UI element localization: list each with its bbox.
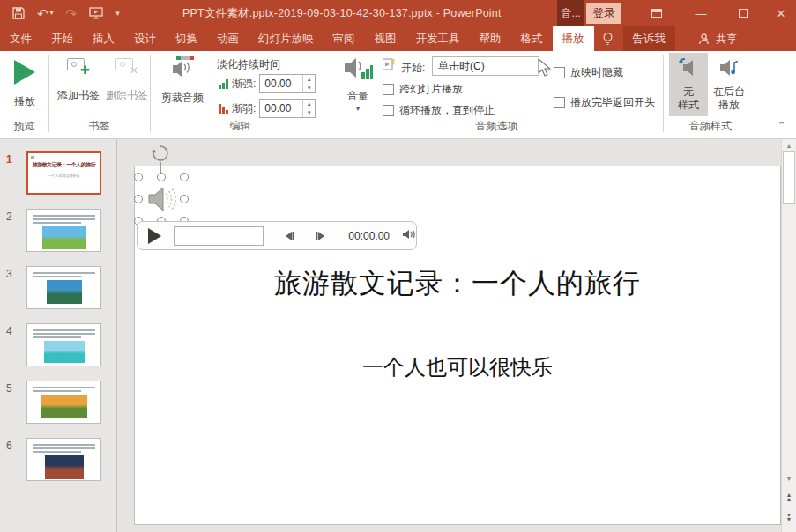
player-play-button[interactable] bbox=[148, 228, 161, 244]
menu-tab-播放[interactable]: 播放 bbox=[553, 26, 594, 51]
start-slideshow-icon[interactable] bbox=[89, 7, 103, 19]
thumb-text-line bbox=[33, 329, 95, 331]
menu-tab-开始[interactable]: 开始 bbox=[41, 26, 83, 51]
player-step-back-button[interactable] bbox=[283, 231, 295, 241]
menu-tab-文件[interactable]: 文件 bbox=[0, 26, 41, 51]
menu-tab-格式[interactable]: 格式 bbox=[511, 26, 553, 51]
thumbnail-row: 2 bbox=[0, 209, 117, 255]
menu-tab-帮助[interactable]: 帮助 bbox=[470, 26, 511, 51]
fade-in-spin-arrows[interactable]: ▲▼ bbox=[302, 75, 315, 92]
slide-canvas[interactable]: 旅游散文记录：一个人的旅行 一个人也可以很快乐 bbox=[134, 166, 781, 525]
fade-out-spin-arrows[interactable]: ▲▼ bbox=[302, 100, 315, 117]
play-in-background-icon bbox=[717, 56, 741, 82]
player-progress-bar[interactable] bbox=[174, 226, 264, 246]
scrollbar-thumb[interactable] bbox=[783, 151, 795, 204]
scroll-down-icon[interactable]: ▼ bbox=[782, 476, 796, 482]
save-icon[interactable] bbox=[12, 7, 25, 19]
tell-me-button[interactable]: 告诉我 bbox=[623, 26, 676, 51]
audio-object-selection[interactable] bbox=[138, 177, 184, 221]
close-icon[interactable]: ✕ bbox=[766, 0, 796, 26]
thumb-photo bbox=[41, 395, 87, 418]
collapse-ribbon-icon[interactable]: ⌃ bbox=[777, 120, 785, 131]
scroll-up-icon[interactable]: ▲ bbox=[782, 143, 796, 149]
slide-subtitle-text[interactable]: 一个人也可以很快乐 bbox=[135, 353, 780, 381]
undo-dropdown-icon[interactable]: ▾ bbox=[50, 10, 54, 17]
group-label-audio-options: 音频选项 bbox=[331, 119, 663, 134]
thumbnail-row: 3 bbox=[0, 266, 117, 312]
maximize-icon[interactable] bbox=[728, 0, 758, 26]
thumb-text-line bbox=[33, 272, 95, 274]
start-label: 开始: bbox=[401, 61, 425, 76]
checkbox-icon bbox=[554, 67, 565, 78]
sign-in-button[interactable]: 登录 bbox=[586, 3, 621, 24]
slide-thumbnail-4[interactable] bbox=[26, 323, 101, 366]
thumb-text-line bbox=[33, 444, 95, 446]
thumbnail-row: 1旅游散文记录：一个人的旅行一个人也可以很快乐 bbox=[0, 151, 117, 197]
undo-icon[interactable]: ↶▾ bbox=[37, 7, 54, 20]
next-slide-icon[interactable]: ▼▼ bbox=[782, 514, 796, 521]
thumb-text-line bbox=[33, 336, 81, 338]
checkbox-play-across-slides[interactable]: 跨幻灯片播放 bbox=[383, 82, 463, 97]
volume-button[interactable]: 音量 ▾ bbox=[337, 55, 379, 113]
volume-dropdown-icon: ▾ bbox=[356, 105, 360, 113]
fade-out-spinner[interactable]: 00.00 ▲▼ bbox=[259, 99, 316, 118]
minimize-icon[interactable]: — bbox=[686, 0, 716, 26]
group-label-bookmarks: 书签 bbox=[48, 119, 150, 134]
add-bookmark-button[interactable]: ✚ 添加书签 bbox=[53, 56, 104, 102]
checkbox-rewind-after-playing[interactable]: 播放完毕返回开头 bbox=[554, 95, 655, 110]
slide-thumbnail-2[interactable] bbox=[26, 209, 101, 252]
slide-thumbnail-3[interactable] bbox=[26, 266, 101, 309]
menu-tab-审阅[interactable]: 审阅 bbox=[324, 26, 365, 51]
previous-slide-icon[interactable]: ▲▲ bbox=[782, 493, 796, 501]
audio-speaker-icon[interactable] bbox=[147, 184, 177, 217]
trim-audio-icon bbox=[169, 56, 196, 82]
share-button[interactable]: 共享 bbox=[688, 26, 748, 51]
start-combobox[interactable]: 单击时(C) bbox=[432, 56, 539, 76]
selection-handle-n[interactable] bbox=[157, 173, 166, 181]
thumb-photo bbox=[47, 280, 82, 304]
fade-in-icon bbox=[219, 79, 228, 89]
trim-audio-button[interactable]: 剪裁音频 bbox=[155, 56, 210, 105]
slide-thumbnail-6[interactable] bbox=[26, 438, 101, 481]
thumb-text-line bbox=[33, 215, 95, 217]
selection-handle-ne[interactable] bbox=[180, 173, 189, 181]
play-icon bbox=[14, 60, 35, 85]
play-in-background-button[interactable]: 在后台 播放 bbox=[710, 53, 748, 116]
slide-thumbnail-1[interactable]: 旅游散文记录：一个人的旅行一个人也可以很快乐 bbox=[26, 151, 101, 195]
menu-tab-视图[interactable]: 视图 bbox=[365, 26, 406, 51]
fade-in-row: 渐强: 00.00 ▲▼ bbox=[219, 74, 316, 93]
menu-tab-设计[interactable]: 设计 bbox=[124, 26, 166, 51]
slide-number: 6 bbox=[6, 440, 12, 452]
player-step-forward-button[interactable] bbox=[315, 231, 327, 241]
slide-thumbnail-5[interactable] bbox=[26, 381, 101, 424]
slide-title-text[interactable]: 旅游散文记录：一个人的旅行 bbox=[135, 265, 780, 302]
thumbnail-row: 6 bbox=[0, 438, 117, 484]
selection-handle-e[interactable] bbox=[180, 195, 189, 203]
remove-bookmark-icon: ✕ bbox=[115, 56, 138, 76]
share-label: 共享 bbox=[716, 32, 737, 47]
group-label-audio-styles: 音频样式 bbox=[666, 119, 755, 134]
window-title: PPT文件素材.pptx-2019-09-03-10-42-30-137.ppt… bbox=[182, 0, 502, 26]
checkbox-hide-during-show[interactable]: 放映时隐藏 bbox=[554, 65, 623, 80]
account-button[interactable]: 音... bbox=[557, 0, 584, 26]
menu-tab-切换[interactable]: 切换 bbox=[166, 26, 207, 51]
player-volume-icon[interactable] bbox=[402, 228, 416, 243]
lightbulb-icon bbox=[594, 26, 621, 51]
play-preview-button[interactable]: 播放 bbox=[4, 56, 46, 108]
thumb-text-line bbox=[33, 218, 95, 220]
menu-tab-幻灯片放映[interactable]: 幻灯片放映 bbox=[249, 26, 324, 51]
selection-handle-w[interactable] bbox=[134, 195, 143, 203]
menu-tab-插入[interactable]: 插入 bbox=[83, 26, 124, 51]
fade-in-spinner[interactable]: 00.00 ▲▼ bbox=[259, 74, 316, 93]
fade-in-label: 渐强: bbox=[232, 77, 256, 92]
customize-qat-icon[interactable]: ▾ bbox=[115, 10, 120, 18]
selection-handle-nw[interactable] bbox=[134, 173, 143, 181]
thumb-photo bbox=[44, 341, 85, 363]
menu-tab-开发工具[interactable]: 开发工具 bbox=[406, 26, 470, 51]
thumb-audio-icon bbox=[31, 156, 34, 159]
no-style-button[interactable]: 无 样式 bbox=[669, 53, 708, 116]
ribbon-display-options-icon[interactable] bbox=[642, 0, 672, 26]
thumb-text-line bbox=[33, 447, 95, 449]
checkbox-loop-until-stopped[interactable]: 循环播放，直到停止 bbox=[383, 103, 495, 118]
menu-tab-动画[interactable]: 动画 bbox=[207, 26, 249, 51]
